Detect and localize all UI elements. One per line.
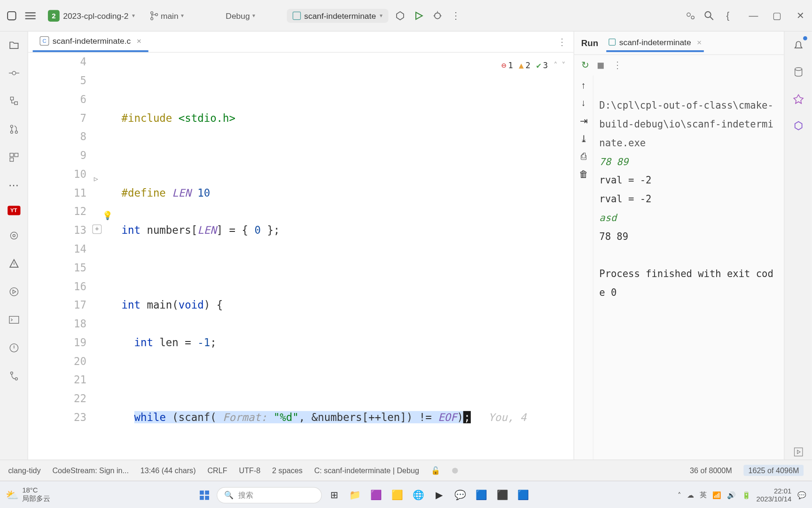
run-tab-name: scanf-indeterminate [619, 38, 691, 47]
minimize-icon[interactable]: — [747, 8, 761, 23]
tabs-more-icon[interactable]: ⋮ [557, 36, 567, 48]
memory-indicator-1[interactable]: 36 of 8000M [690, 466, 732, 475]
volume-icon[interactable]: 🔊 [727, 491, 736, 499]
close-tab-icon[interactable]: × [697, 38, 702, 47]
problems-icon[interactable] [6, 256, 21, 271]
close-tab-icon[interactable]: × [137, 36, 141, 46]
svg-point-11 [687, 13, 690, 16]
line-number: 14 [28, 240, 86, 259]
run-tab[interactable]: scanf-indeterminate × [606, 34, 704, 52]
tray-chevron-icon[interactable]: ˄ [678, 491, 681, 499]
svg-marker-37 [795, 122, 802, 130]
app-icon[interactable]: 🟦 [515, 486, 532, 504]
build-icon[interactable] [393, 8, 407, 23]
explorer-icon[interactable]: 📁 [346, 486, 364, 504]
run-icon[interactable] [412, 8, 426, 23]
bookmarks-icon[interactable] [6, 150, 21, 165]
line-number: 19 [28, 333, 86, 352]
run-target-selector[interactable]: scanf-indeterminate ▾ [287, 8, 388, 23]
run-body: ↑ ↓ ⇥ ⤓ ⎙ 🗑 D:\cpl\cpl-out-of-class\cmak… [574, 75, 784, 460]
task-view-icon[interactable]: ⊞ [325, 486, 343, 504]
ai-assistant-icon[interactable] [790, 91, 805, 106]
code-with-me-icon[interactable] [683, 8, 697, 23]
database-icon[interactable] [790, 64, 805, 79]
structure-icon[interactable] [6, 94, 21, 109]
settings-icon[interactable]: { [721, 8, 735, 23]
svg-rect-42 [205, 495, 209, 500]
todo-icon[interactable] [6, 340, 21, 355]
battery-icon[interactable]: 🔋 [742, 491, 751, 499]
more-icon[interactable]: ⋮ [613, 60, 622, 71]
scroll-to-end-icon[interactable]: ⤓ [580, 133, 587, 144]
search-icon: 🔍 [224, 491, 234, 500]
hamburger-icon[interactable] [23, 8, 38, 23]
console-line: 78 89 [599, 231, 628, 242]
tab-filename: scanf-indeterminate.c [53, 36, 131, 46]
soft-wrap-icon[interactable]: ⇥ [580, 115, 587, 127]
console-line: rval = -2 [599, 193, 651, 205]
console-output[interactable]: D:\cpl\cpl-out-of-class\cmake-build-debu… [593, 75, 784, 460]
edge-icon[interactable]: 🌐 [409, 486, 427, 504]
exit-message: Process finished with exit code 0 [599, 269, 773, 298]
clear-icon[interactable]: 🗑 [579, 169, 588, 179]
youtrack-icon[interactable]: YT [8, 206, 20, 215]
up-icon[interactable]: ↑ [581, 80, 586, 90]
svg-point-5 [151, 17, 153, 20]
line-number: 18 [28, 315, 86, 333]
svg-point-33 [10, 372, 13, 374]
svg-rect-41 [200, 495, 204, 500]
editor-tab[interactable]: C scanf-indeterminate.c × [33, 32, 148, 52]
stop-icon[interactable]: ◼ [597, 60, 604, 71]
project-selector[interactable]: 2 2023-cpl-coding-2 ▾ [42, 8, 141, 24]
app-logo [5, 8, 19, 23]
build-config-selector[interactable]: Debug ▾ [221, 8, 259, 23]
svg-line-14 [710, 16, 713, 19]
clock[interactable]: 22:01 2023/10/14 [757, 487, 792, 503]
wifi-icon[interactable]: 📶 [712, 491, 721, 499]
chevron-down-icon: ▾ [252, 12, 255, 19]
search-icon[interactable] [702, 8, 716, 23]
c-file-icon: C [40, 36, 49, 46]
svg-rect-38 [794, 448, 802, 456]
notifications-icon[interactable] [790, 38, 805, 53]
hexagon-icon[interactable] [790, 118, 805, 133]
start-icon[interactable] [195, 486, 213, 504]
app-icon[interactable]: 🟨 [389, 486, 406, 504]
rerun-icon[interactable]: ↻ [581, 60, 589, 71]
code-content[interactable]: #include <stdio.h> #define LEN 10 int nu… [92, 53, 573, 508]
line-number: 5 [28, 71, 86, 90]
notification-center-icon[interactable]: 💬 [797, 491, 806, 499]
more-icon[interactable]: ⋮ [449, 8, 463, 23]
project-tool-icon[interactable] [6, 38, 21, 53]
app-icon[interactable]: 💬 [452, 486, 469, 504]
weather-widget[interactable]: ⛅ 18°C 局部多云 [6, 486, 50, 504]
commit-icon[interactable] [6, 65, 21, 80]
more-tools-icon[interactable]: ⋯ [6, 178, 21, 193]
app-icon[interactable]: 🟪 [367, 486, 385, 504]
code-editor[interactable]: ⊖1 ▲2 ✔3 ˄˅ 4 5 6 7 8 9 10▷ 11 12💡 13+ 1… [28, 53, 574, 508]
line-number: 8 [28, 127, 86, 146]
input-method[interactable]: 英 [700, 490, 707, 500]
terminal-icon[interactable] [6, 312, 21, 327]
down-icon[interactable]: ↓ [581, 98, 586, 108]
system-tray[interactable]: ˄ ☁ 英 📶 🔊 🔋 22:01 2023/10/14 💬 [678, 487, 806, 503]
run-tool-icon[interactable] [6, 284, 21, 299]
clion-icon[interactable]: 🟦 [473, 486, 490, 504]
debug-icon[interactable] [430, 8, 445, 23]
maximize-icon[interactable]: ▢ [770, 8, 784, 23]
line-number: 22 [28, 389, 86, 408]
vcs-icon[interactable] [6, 368, 21, 383]
svg-rect-39 [200, 490, 204, 494]
taskbar-search[interactable]: 🔍 搜索 [217, 487, 322, 503]
pull-requests-icon[interactable] [6, 122, 21, 137]
memory-indicator-2[interactable]: 1625 of 4096M [744, 465, 804, 476]
windows-taskbar: ⛅ 18°C 局部多云 🔍 搜索 ⊞ 📁 🟪 🟨 🌐 ▶ 💬 🟦 ⬛ 🟦 ˄ ☁… [0, 481, 812, 508]
close-icon[interactable]: ✕ [793, 8, 807, 23]
services-icon[interactable] [6, 228, 21, 243]
play-side-icon[interactable] [790, 444, 805, 460]
print-icon[interactable]: ⎙ [581, 151, 586, 162]
branch-selector[interactable]: main ▾ [146, 8, 188, 23]
app-icon[interactable]: ▶ [430, 486, 448, 504]
onedrive-icon[interactable]: ☁ [687, 491, 694, 499]
terminal-app-icon[interactable]: ⬛ [493, 486, 511, 504]
